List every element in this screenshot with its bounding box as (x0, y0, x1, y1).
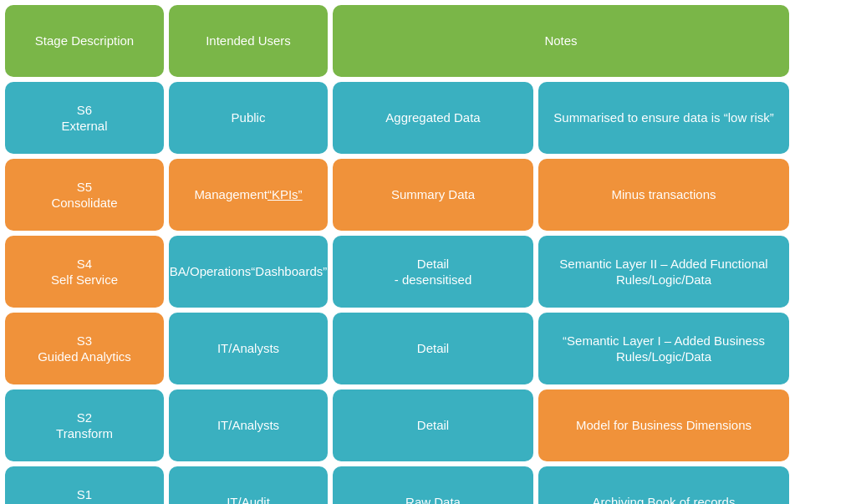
users-cell-1: Management “KPIs” (169, 159, 328, 231)
notes-right-cell-5: Archiving Book of records (538, 466, 789, 504)
stage-cell-3: S3 Guided Analytics (5, 313, 164, 384)
header-users: Intended Users (169, 5, 328, 77)
header-stage-label: Stage Description (35, 33, 134, 49)
notes-left-cell-1: Summary Data (333, 159, 533, 231)
notes-right-cell-3: “Semantic Layer I – Added Business Rules… (538, 313, 789, 384)
notes-right-cell-4: Model for Business Dimensions (538, 389, 789, 461)
main-grid: Stage Description Intended Users Notes S… (0, 0, 856, 504)
notes-right-cell-0: Summarised to ensure data is “low risk” (538, 82, 789, 154)
users-cell-2: BA/Operations “Dashboards” (169, 236, 328, 308)
notes-left-cell-5: Raw Data (333, 466, 533, 504)
users-cell-5: IT/Audit (169, 466, 328, 504)
users-cell-3: IT/Analysts (169, 313, 328, 384)
stage-cell-1: S5 Consolidate (5, 159, 164, 231)
stage-cell-2: S4 Self Service (5, 236, 164, 308)
header-notes: Notes (333, 5, 789, 77)
notes-left-cell-4: Detail (333, 389, 533, 461)
header-notes-label: Notes (544, 33, 577, 49)
notes-left-cell-0: Aggregated Data (333, 82, 533, 154)
users-cell-0: Public (169, 82, 328, 154)
users-cell-4: IT/Analysts (169, 389, 328, 461)
stage-cell-0: S6 External (5, 82, 164, 154)
notes-left-cell-3: Detail (333, 313, 533, 384)
stage-cell-4: S2 Transform (5, 389, 164, 461)
stage-cell-5: S1 Extract (5, 466, 164, 504)
header-users-label: Intended Users (206, 33, 291, 49)
header-stage: Stage Description (5, 5, 164, 77)
notes-right-cell-1: Minus transactions (538, 159, 789, 231)
notes-left-cell-2: Detail - desensitised (333, 236, 533, 308)
notes-right-cell-2: Semantic Layer II – Added Functional Rul… (538, 236, 789, 308)
